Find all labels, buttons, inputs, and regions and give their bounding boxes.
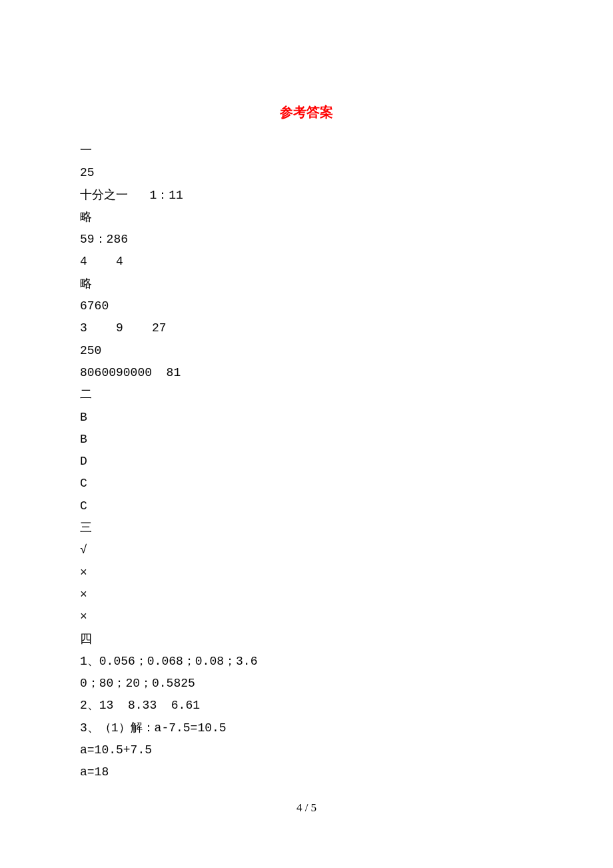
answer-line: 1、0.056；0.068；0.08；3.6 bbox=[80, 651, 533, 673]
answer-line: 二 bbox=[80, 384, 533, 406]
answer-line: × bbox=[80, 606, 533, 628]
page-content: 参考答案 一25十分之一 1：11略59：2864 4略67603 9 2725… bbox=[0, 0, 613, 784]
answer-line: 略 bbox=[80, 273, 533, 295]
answer-line: 8060090000 81 bbox=[80, 362, 533, 384]
answer-line: 4 4 bbox=[80, 251, 533, 273]
answer-line: B bbox=[80, 429, 533, 451]
answer-line: B bbox=[80, 407, 533, 429]
page-number: 4 / 5 bbox=[0, 801, 613, 815]
answer-line: 略 bbox=[80, 207, 533, 229]
answer-line: 一 bbox=[80, 140, 533, 162]
answer-line: × bbox=[80, 562, 533, 584]
answer-line: × bbox=[80, 584, 533, 606]
answer-line: 3、（1）解：a-7.5=10.5 bbox=[80, 717, 533, 739]
answer-line: 25 bbox=[80, 162, 533, 184]
answer-lines: 一25十分之一 1：11略59：2864 4略67603 9 272508060… bbox=[80, 140, 533, 784]
answer-line: 6760 bbox=[80, 295, 533, 317]
answer-line: 59：286 bbox=[80, 229, 533, 251]
answer-line: a=18 bbox=[80, 761, 533, 783]
answer-line: 0；80；20；0.5825 bbox=[80, 673, 533, 695]
answer-line: √ bbox=[80, 539, 533, 561]
answer-line: a=10.5+7.5 bbox=[80, 739, 533, 761]
answer-line: 3 9 27 bbox=[80, 317, 533, 339]
answer-line: C bbox=[80, 495, 533, 517]
page-title: 参考答案 bbox=[80, 103, 533, 121]
answer-line: 250 bbox=[80, 340, 533, 362]
answer-line: 2、13 8.33 6.61 bbox=[80, 695, 533, 717]
answer-line: 三 bbox=[80, 517, 533, 539]
answer-line: C bbox=[80, 473, 533, 495]
answer-line: 四 bbox=[80, 629, 533, 651]
answer-line: D bbox=[80, 451, 533, 473]
answer-line: 十分之一 1：11 bbox=[80, 185, 533, 207]
